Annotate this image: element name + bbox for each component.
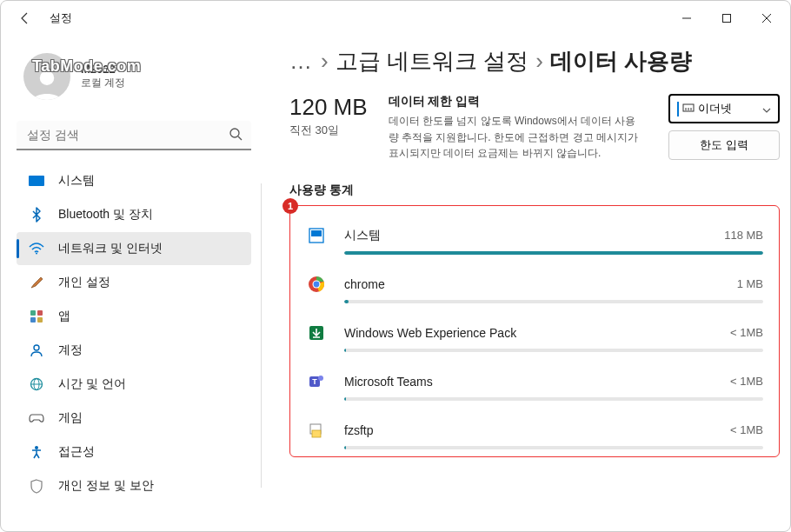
- brush-icon: [29, 275, 44, 290]
- sidebar-item-label: 네트워크 및 인터넷: [58, 241, 163, 256]
- app-name: fzsftp: [344, 423, 373, 437]
- app-usage: < 1MB: [730, 375, 763, 388]
- svg-rect-8: [30, 317, 36, 323]
- teams-icon: T: [306, 371, 327, 392]
- sidebar-item-gaming[interactable]: 게임: [17, 402, 251, 435]
- sidebar-item-label: Bluetooth 및 장치: [58, 207, 153, 223]
- app-name: 시스템: [344, 228, 381, 243]
- progress-bar: [344, 300, 763, 303]
- progress-bar: [344, 397, 763, 401]
- sidebar-item-system[interactable]: 시스템: [17, 164, 251, 197]
- stats-title: 사용량 통계: [289, 183, 780, 198]
- page-title: 데이터 사용량: [550, 46, 692, 76]
- network-dropdown[interactable]: 이더넷: [668, 94, 780, 123]
- data-header: 120 MB 직전 30일 데이터 제한 입력 데이터 한도를 넘지 않도록 W…: [289, 94, 780, 162]
- svg-rect-9: [37, 317, 43, 323]
- sidebar: TabMode.com M2022 로컬 계정 시스템: [1, 36, 262, 531]
- app-row[interactable]: fzsftp < 1MB: [290, 408, 779, 456]
- app-usage: 1 MB: [737, 277, 763, 290]
- close-button[interactable]: [747, 4, 787, 32]
- bluetooth-icon: [29, 207, 44, 223]
- gamepad-icon: [29, 410, 44, 426]
- app-name: Windows Web Experience Pack: [344, 326, 516, 340]
- search-icon: [229, 127, 243, 144]
- main-content: … › 고급 네트워크 설정 › 데이터 사용량 120 MB 직전 30일 데…: [262, 36, 790, 531]
- chevron-down-icon: [762, 103, 771, 116]
- ftp-icon: [306, 420, 327, 441]
- sidebar-item-accounts[interactable]: 계정: [17, 334, 251, 367]
- app-name: chrome: [344, 277, 385, 291]
- sidebar-item-label: 접근성: [58, 444, 95, 460]
- svg-point-14: [35, 446, 38, 449]
- sidebar-item-time-language[interactable]: 시간 및 언어: [17, 368, 251, 401]
- app-row[interactable]: 시스템 118 MB: [290, 213, 779, 262]
- svg-text:T: T: [312, 377, 317, 386]
- svg-point-23: [314, 281, 320, 287]
- minimize-button[interactable]: [667, 4, 707, 32]
- breadcrumb-parent[interactable]: 고급 네트워크 설정: [336, 46, 528, 76]
- accessibility-icon: [29, 444, 44, 460]
- limit-title: 데이터 제한 입력: [389, 94, 641, 110]
- app-row[interactable]: chrome 1 MB: [290, 262, 779, 310]
- titlebar: 설정: [1, 1, 790, 36]
- sidebar-item-label: 개인 정보 및 보안: [58, 478, 154, 494]
- shield-icon: [29, 478, 44, 494]
- apps-icon: [29, 309, 44, 324]
- person-icon: [29, 342, 44, 358]
- usage-summary: 120 MB 직전 30일: [289, 94, 368, 162]
- chevron-right-icon: ›: [321, 48, 329, 75]
- sidebar-item-label: 시스템: [58, 173, 95, 189]
- window-title: 설정: [50, 10, 72, 26]
- system-app-icon: [306, 225, 327, 246]
- maximize-button[interactable]: [707, 4, 747, 32]
- watermark: TabMode.com: [32, 57, 141, 76]
- window-controls: [667, 4, 787, 32]
- progress-bar: [344, 446, 763, 449]
- breadcrumb: … › 고급 네트워크 설정 › 데이터 사용량: [289, 46, 780, 76]
- limit-desc: 데이터 한도를 넘지 않도록 Windows에서 데이터 사용량 추적을 지원합…: [389, 113, 641, 162]
- usage-amount: 120 MB: [289, 94, 368, 121]
- svg-rect-7: [37, 310, 43, 316]
- svg-rect-1: [723, 15, 731, 23]
- app-usage: 118 MB: [724, 229, 763, 242]
- app-name: Microsoft Teams: [344, 375, 433, 389]
- dropdown-label: 이더넷: [698, 101, 732, 116]
- back-button[interactable]: [11, 4, 39, 32]
- user-type: 로컬 계정: [81, 76, 125, 90]
- svg-line-4: [238, 136, 242, 140]
- progress-bar: [344, 349, 763, 352]
- controls: 이더넷 한도 입력: [668, 94, 780, 162]
- svg-point-3: [230, 129, 239, 137]
- enter-limit-button[interactable]: 한도 입력: [668, 130, 780, 160]
- sidebar-item-privacy[interactable]: 개인 정보 및 보안: [17, 469, 251, 502]
- breadcrumb-ellipsis[interactable]: …: [289, 48, 314, 75]
- sidebar-item-apps[interactable]: 앱: [17, 300, 251, 333]
- svg-rect-29: [312, 430, 321, 437]
- chrome-icon: [306, 274, 327, 295]
- system-icon: [29, 173, 44, 189]
- progress-bar: [344, 251, 763, 255]
- sidebar-item-network[interactable]: 네트워크 및 인터넷: [17, 232, 251, 265]
- sidebar-item-label: 앱: [58, 309, 70, 324]
- svg-point-5: [36, 253, 37, 255]
- sidebar-item-label: 게임: [58, 410, 83, 426]
- svg-point-10: [34, 345, 39, 350]
- svg-rect-20: [311, 230, 322, 236]
- svg-rect-6: [30, 310, 36, 316]
- search-input[interactable]: [17, 121, 251, 150]
- svg-point-26: [318, 376, 323, 381]
- nav-list: 시스템 Bluetooth 및 장치 네트워크 및 인터넷 개인 설정: [17, 164, 251, 502]
- app-row[interactable]: Windows Web Experience Pack < 1MB: [290, 310, 779, 359]
- ethernet-icon: [677, 102, 695, 116]
- search-box: [17, 121, 251, 150]
- wifi-icon: [29, 241, 44, 256]
- sidebar-item-accessibility[interactable]: 접근성: [17, 436, 251, 469]
- sidebar-item-bluetooth[interactable]: Bluetooth 및 장치: [17, 198, 251, 231]
- app-row[interactable]: T Microsoft Teams < 1MB: [290, 359, 779, 408]
- stats-box: 1 시스템 118 MB chrome: [289, 205, 780, 457]
- sidebar-item-personalization[interactable]: 개인 설정: [17, 266, 251, 299]
- sidebar-item-label: 시간 및 언어: [58, 376, 126, 392]
- sidebar-item-label: 계정: [58, 342, 83, 358]
- usage-period: 직전 30일: [289, 123, 368, 138]
- limit-description: 데이터 제한 입력 데이터 한도를 넘지 않도록 Windows에서 데이터 사…: [389, 94, 648, 162]
